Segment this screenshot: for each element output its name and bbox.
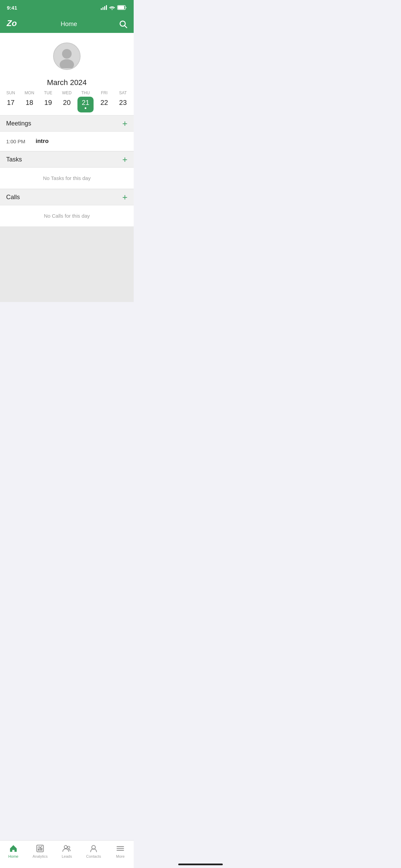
meetings-section-header: Meetings + bbox=[0, 115, 134, 132]
wifi-icon bbox=[109, 5, 115, 10]
avatar-image bbox=[55, 44, 79, 68]
day-tue: TUE bbox=[39, 91, 58, 97]
day-sat: SAT bbox=[113, 91, 132, 97]
meeting-time: 1:00 PM bbox=[6, 138, 30, 144]
meeting-item[interactable]: 1:00 PM intro bbox=[0, 132, 134, 151]
calendar-day-20[interactable]: 20 bbox=[58, 97, 76, 112]
day-wed: WED bbox=[58, 91, 76, 97]
calendar-day-22[interactable]: 22 bbox=[95, 97, 114, 112]
signal-icon bbox=[101, 5, 107, 10]
calls-label: Calls bbox=[6, 194, 20, 201]
battery-icon bbox=[117, 5, 127, 10]
calendar-day-19[interactable]: 19 bbox=[39, 97, 58, 112]
app-logo: Zo bbox=[6, 17, 19, 31]
meetings-label: Meetings bbox=[6, 120, 31, 127]
tasks-section-header: Tasks + bbox=[0, 151, 134, 168]
svg-text:Zo: Zo bbox=[7, 19, 17, 28]
add-task-button[interactable]: + bbox=[122, 155, 127, 164]
svg-point-6 bbox=[62, 49, 72, 59]
status-bar: 9:41 bbox=[0, 0, 134, 15]
nav-bar: Zo Home bbox=[0, 15, 134, 33]
empty-content-area bbox=[0, 227, 134, 302]
day-thu: THU bbox=[76, 91, 95, 97]
calendar-days: 17 18 19 20 21 22 23 bbox=[0, 97, 134, 112]
search-icon[interactable] bbox=[119, 20, 127, 28]
svg-line-5 bbox=[125, 26, 127, 28]
svg-rect-2 bbox=[118, 6, 124, 9]
calendar-day-21-today[interactable]: 21 bbox=[77, 97, 94, 112]
tasks-empty-state: No Tasks for this day bbox=[0, 168, 134, 189]
svg-point-0 bbox=[112, 9, 113, 10]
status-icons bbox=[101, 5, 127, 10]
calls-empty-state: No Calls for this day bbox=[0, 205, 134, 227]
avatar[interactable] bbox=[53, 43, 81, 70]
svg-point-7 bbox=[60, 59, 74, 68]
calendar-day-23[interactable]: 23 bbox=[113, 97, 132, 112]
calendar-day-18[interactable]: 18 bbox=[20, 97, 39, 112]
add-call-button[interactable]: + bbox=[122, 193, 127, 202]
day-mon: MON bbox=[20, 91, 39, 97]
today-dot bbox=[85, 107, 86, 109]
calendar-section: March 2024 SUN MON TUE WED THU FRI SAT 1… bbox=[0, 73, 134, 115]
tasks-label: Tasks bbox=[6, 156, 22, 163]
calendar-month: March 2024 bbox=[0, 78, 134, 87]
day-sun: SUN bbox=[1, 91, 20, 97]
page-title: Home bbox=[61, 21, 77, 28]
status-time: 9:41 bbox=[7, 5, 17, 11]
tab-bar-spacer bbox=[0, 302, 134, 333]
calendar-day-17[interactable]: 17 bbox=[1, 97, 20, 112]
calls-section-header: Calls + bbox=[0, 189, 134, 205]
calendar-week-headers: SUN MON TUE WED THU FRI SAT bbox=[0, 91, 134, 97]
day-fri: FRI bbox=[95, 91, 114, 97]
add-meeting-button[interactable]: + bbox=[122, 119, 127, 128]
meeting-name: intro bbox=[36, 138, 49, 145]
profile-section bbox=[0, 33, 134, 73]
